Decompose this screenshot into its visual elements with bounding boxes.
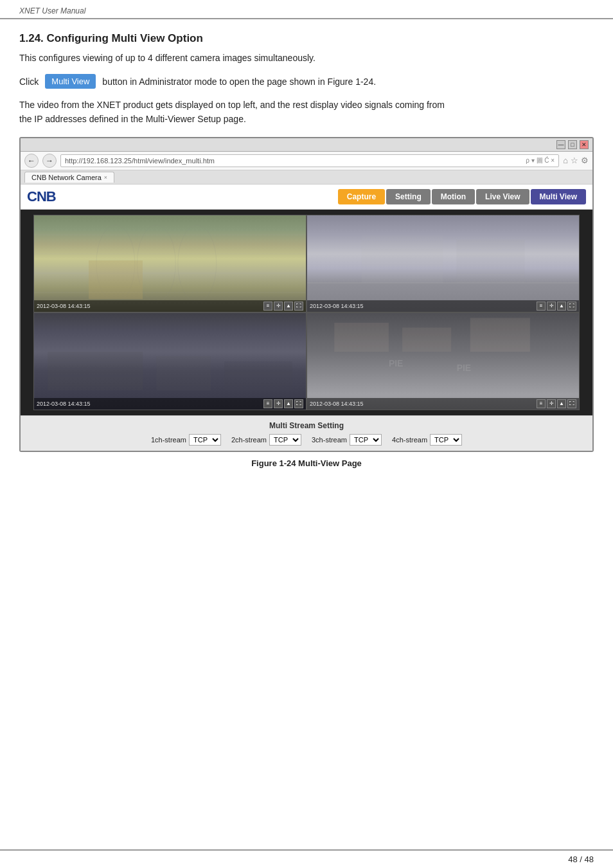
cam2-timestamp: 2012-03-08 14:43:15 bbox=[310, 303, 364, 309]
svg-rect-13 bbox=[334, 323, 389, 352]
stream2-label: 2ch-stream bbox=[231, 436, 267, 444]
cam1-ctrl-1[interactable]: ≡ bbox=[263, 302, 272, 311]
section-description: This configures viewing of up to 4 diffe… bbox=[19, 51, 594, 65]
stream-controls: 1ch-stream TCP UDP 2ch-stream TCP UDP bbox=[31, 434, 582, 446]
cam1-ctrl-3[interactable]: ▲ bbox=[284, 302, 293, 311]
cam-overlay-2: 2012-03-08 14:43:15 ≡ ✛ ▲ ⛶ bbox=[307, 300, 579, 312]
browser-tab[interactable]: CNB Network Camera × bbox=[24, 172, 114, 183]
live-view-button[interactable]: Live View bbox=[476, 189, 529, 204]
cam4-controls: ≡ ✛ ▲ ⛶ bbox=[537, 399, 576, 408]
stream-item-1: 1ch-stream TCP UDP bbox=[151, 434, 221, 446]
cam4-ctrl-3[interactable]: ▲ bbox=[557, 399, 566, 408]
figure-caption: Figure 1-24 Multi-View Page bbox=[19, 458, 594, 468]
cnb-logo: CNB bbox=[27, 188, 56, 205]
section-title: 1.24. Configuring Multi View Option bbox=[19, 32, 594, 45]
capture-button[interactable]: Capture bbox=[338, 189, 385, 204]
svg-rect-7 bbox=[362, 235, 443, 283]
stream1-select[interactable]: TCP UDP bbox=[189, 434, 221, 446]
svg-point-4 bbox=[96, 225, 135, 302]
home-icon[interactable]: ⌂ bbox=[563, 156, 568, 165]
cam3-ctrl-4[interactable]: ⛶ bbox=[294, 399, 303, 408]
cnb-logo-text: CNB bbox=[27, 188, 56, 204]
camera-cell-4: PIE PIE 2012-03-08 14:43:15 ≡ ✛ ▲ ⛶ bbox=[306, 312, 580, 410]
section-number: 1.24. bbox=[19, 32, 44, 44]
stream-item-4: 4ch-stream TCP UDP bbox=[392, 434, 462, 446]
camera-feed-3 bbox=[34, 313, 306, 410]
cam2-ctrl-3[interactable]: ▲ bbox=[557, 302, 566, 311]
svg-text:PIE: PIE bbox=[457, 363, 472, 373]
cam-overlay-3: 2012-03-08 14:43:15 ≡ ✛ ▲ ⛶ bbox=[34, 398, 306, 410]
multi-view-button[interactable]: Multi View bbox=[45, 74, 96, 89]
svg-point-5 bbox=[137, 225, 175, 302]
cam-overlay-1: 2012-03-08 14:43:15 ≡ ✛ ▲ ⛶ bbox=[34, 300, 306, 312]
star-icon[interactable]: ☆ bbox=[571, 156, 578, 165]
camera-ui: CNB Capture Setting Motion Live View Mul… bbox=[21, 185, 592, 451]
cam4-timestamp: 2012-03-08 14:43:15 bbox=[310, 401, 364, 407]
page-current: 48 bbox=[568, 854, 577, 864]
page-separator: / bbox=[580, 854, 582, 864]
svg-rect-8 bbox=[457, 239, 525, 283]
section-heading: Configuring Multi View Option bbox=[47, 32, 203, 44]
browser-titlebar: — □ ✕ bbox=[21, 138, 592, 152]
back-button[interactable]: ← bbox=[24, 154, 39, 168]
fav-icons: ⌂ ☆ ⚙ bbox=[563, 156, 589, 165]
address-text: http://192.168.123.25/html/view/index_mu… bbox=[65, 157, 215, 165]
cam4-ctrl-2[interactable]: ✛ bbox=[547, 399, 556, 408]
cam1-ctrl-4[interactable]: ⛶ bbox=[294, 302, 303, 311]
address-icons: ρ ▾ 圖 Ć × bbox=[526, 156, 555, 165]
tab-bar: CNB Network Camera × bbox=[21, 170, 592, 185]
svg-rect-14 bbox=[402, 327, 451, 352]
cam1-ctrl-2[interactable]: ✛ bbox=[274, 302, 283, 311]
video-grid: 2012-03-08 14:43:15 ≡ ✛ ▲ ⛶ bbox=[21, 210, 592, 415]
camera-feed-1 bbox=[34, 215, 306, 312]
page-header: XNET User Manual bbox=[0, 0, 613, 19]
svg-text:PIE: PIE bbox=[389, 357, 404, 368]
cam3-ctrl-3[interactable]: ▲ bbox=[284, 399, 293, 408]
camera-nav: CNB Capture Setting Motion Live View Mul… bbox=[21, 185, 592, 210]
cam3-controls: ≡ ✛ ▲ ⛶ bbox=[263, 399, 303, 408]
multi-view-nav-button[interactable]: Multi View bbox=[531, 189, 586, 204]
motion-button[interactable]: Motion bbox=[432, 189, 475, 204]
minimize-button[interactable]: — bbox=[556, 140, 565, 149]
svg-rect-12 bbox=[224, 361, 292, 390]
restore-button[interactable]: □ bbox=[568, 140, 577, 149]
cam3-ctrl-1[interactable]: ≡ bbox=[263, 399, 272, 408]
forward-button[interactable]: → bbox=[42, 154, 57, 168]
cam2-ctrl-4[interactable]: ⛶ bbox=[567, 302, 576, 311]
camera-feed-2 bbox=[307, 215, 579, 312]
desc2-line2: the IP addresses defined in the Multi-Vi… bbox=[19, 114, 246, 124]
stream3-select[interactable]: TCP UDP bbox=[350, 434, 382, 446]
click-prefix: Click bbox=[19, 77, 39, 87]
cam3-timestamp: 2012-03-08 14:43:15 bbox=[37, 401, 91, 407]
stream3-label: 3ch-stream bbox=[312, 436, 347, 444]
cam4-ctrl-4[interactable]: ⛶ bbox=[567, 399, 576, 408]
svg-rect-11 bbox=[156, 356, 211, 390]
manual-title: XNET User Manual bbox=[19, 6, 85, 15]
camera-cell-2: 2012-03-08 14:43:15 ≡ ✛ ▲ ⛶ bbox=[306, 215, 580, 312]
gear-icon[interactable]: ⚙ bbox=[581, 156, 589, 165]
camera-cell-3: 2012-03-08 14:43:15 ≡ ✛ ▲ ⛶ bbox=[33, 312, 306, 410]
address-box[interactable]: http://192.168.123.25/html/view/index_mu… bbox=[60, 154, 559, 167]
stream4-label: 4ch-stream bbox=[392, 436, 427, 444]
stream1-label: 1ch-stream bbox=[151, 436, 186, 444]
close-button[interactable]: ✕ bbox=[580, 140, 589, 149]
tab-label: CNB Network Camera bbox=[31, 174, 102, 181]
click-suffix: button in Administrator mode to open the… bbox=[102, 77, 376, 87]
browser-addressbar: ← → http://192.168.123.25/html/view/inde… bbox=[21, 152, 592, 170]
svg-point-6 bbox=[178, 225, 217, 302]
section-desc2: The video from the XNET product gets dis… bbox=[19, 98, 594, 127]
stream4-select[interactable]: TCP UDP bbox=[430, 434, 462, 446]
cam4-ctrl-1[interactable]: ≡ bbox=[537, 399, 546, 408]
tab-close-icon[interactable]: × bbox=[104, 174, 107, 181]
cam3-ctrl-2[interactable]: ✛ bbox=[274, 399, 283, 408]
cam2-ctrl-1[interactable]: ≡ bbox=[537, 302, 546, 311]
cam-overlay-4: 2012-03-08 14:43:15 ≡ ✛ ▲ ⛶ bbox=[307, 398, 579, 410]
browser-window: — □ ✕ ← → http://192.168.123.25/html/vie… bbox=[19, 137, 594, 452]
page-total: 48 bbox=[585, 854, 594, 864]
nav-buttons: Capture Setting Motion Live View Multi V… bbox=[338, 189, 586, 204]
setting-button[interactable]: Setting bbox=[386, 189, 431, 204]
stream2-select[interactable]: TCP UDP bbox=[269, 434, 301, 446]
stream-settings-title: Multi Stream Setting bbox=[31, 421, 582, 430]
cam2-ctrl-2[interactable]: ✛ bbox=[547, 302, 556, 311]
svg-rect-15 bbox=[470, 318, 530, 352]
